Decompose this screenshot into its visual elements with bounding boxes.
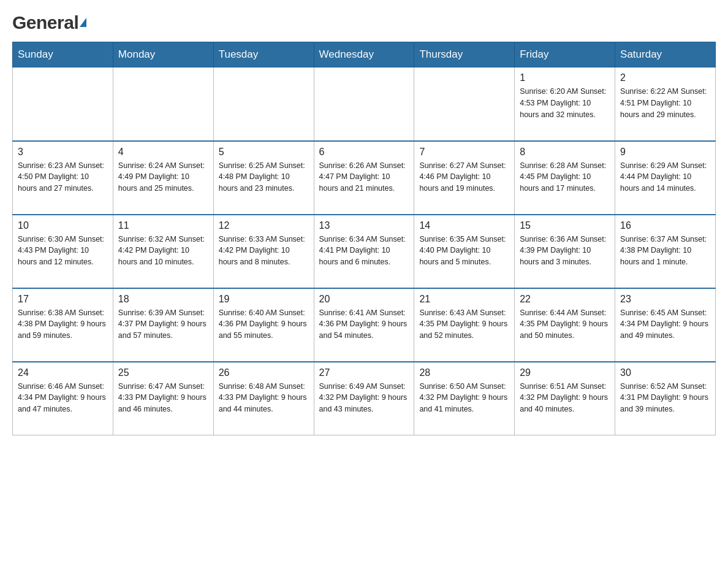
day-number: 28 xyxy=(419,367,509,378)
day-info: Sunrise: 6:33 AM Sunset: 4:42 PM Dayligh… xyxy=(219,234,309,268)
weekday-header-friday: Friday xyxy=(515,42,615,67)
logo-general: General xyxy=(12,12,78,33)
calendar-cell: 20Sunrise: 6:41 AM Sunset: 4:36 PM Dayli… xyxy=(314,288,414,362)
day-number: 29 xyxy=(520,367,610,378)
day-number: 2 xyxy=(620,72,710,83)
weekday-header-tuesday: Tuesday xyxy=(213,42,314,67)
weekday-header-monday: Monday xyxy=(113,42,213,67)
day-info: Sunrise: 6:28 AM Sunset: 4:45 PM Dayligh… xyxy=(520,160,610,194)
calendar-cell: 10Sunrise: 6:30 AM Sunset: 4:43 PM Dayli… xyxy=(13,215,113,288)
day-info: Sunrise: 6:25 AM Sunset: 4:48 PM Dayligh… xyxy=(219,160,309,194)
calendar-cell xyxy=(213,67,314,141)
weekday-header-sunday: Sunday xyxy=(13,42,113,67)
calendar-cell: 22Sunrise: 6:44 AM Sunset: 4:35 PM Dayli… xyxy=(515,288,615,362)
day-number: 10 xyxy=(18,220,108,231)
calendar-cell xyxy=(13,67,113,141)
calendar-cell: 17Sunrise: 6:38 AM Sunset: 4:38 PM Dayli… xyxy=(13,288,113,362)
day-number: 4 xyxy=(118,147,208,158)
weekday-header-saturday: Saturday xyxy=(615,42,716,67)
day-number: 25 xyxy=(118,367,208,378)
day-info: Sunrise: 6:43 AM Sunset: 4:35 PM Dayligh… xyxy=(419,307,509,342)
calendar-cell: 24Sunrise: 6:46 AM Sunset: 4:34 PM Dayli… xyxy=(13,362,113,435)
calendar-cell xyxy=(113,67,213,141)
day-info: Sunrise: 6:48 AM Sunset: 4:33 PM Dayligh… xyxy=(219,381,309,415)
calendar-cell: 18Sunrise: 6:39 AM Sunset: 4:37 PM Dayli… xyxy=(113,288,213,362)
day-number: 26 xyxy=(219,367,309,378)
calendar-cell: 11Sunrise: 6:32 AM Sunset: 4:42 PM Dayli… xyxy=(113,215,213,288)
calendar-table: SundayMondayTuesdayWednesdayThursdayFrid… xyxy=(12,42,716,435)
week-row-3: 10Sunrise: 6:30 AM Sunset: 4:43 PM Dayli… xyxy=(13,215,716,288)
week-row-5: 24Sunrise: 6:46 AM Sunset: 4:34 PM Dayli… xyxy=(13,362,716,435)
day-number: 13 xyxy=(319,220,409,231)
calendar-header-row: SundayMondayTuesdayWednesdayThursdayFrid… xyxy=(13,42,716,67)
calendar-cell: 25Sunrise: 6:47 AM Sunset: 4:33 PM Dayli… xyxy=(113,362,213,435)
day-number: 8 xyxy=(520,147,610,158)
calendar-cell: 3Sunrise: 6:23 AM Sunset: 4:50 PM Daylig… xyxy=(13,141,113,215)
day-info: Sunrise: 6:44 AM Sunset: 4:35 PM Dayligh… xyxy=(520,307,610,342)
week-row-2: 3Sunrise: 6:23 AM Sunset: 4:50 PM Daylig… xyxy=(13,141,716,215)
calendar-cell: 23Sunrise: 6:45 AM Sunset: 4:34 PM Dayli… xyxy=(615,288,716,362)
calendar-cell: 30Sunrise: 6:52 AM Sunset: 4:31 PM Dayli… xyxy=(615,362,716,435)
day-info: Sunrise: 6:26 AM Sunset: 4:47 PM Dayligh… xyxy=(319,160,409,194)
calendar-cell: 13Sunrise: 6:34 AM Sunset: 4:41 PM Dayli… xyxy=(314,215,414,288)
calendar-cell: 12Sunrise: 6:33 AM Sunset: 4:42 PM Dayli… xyxy=(213,215,314,288)
day-number: 21 xyxy=(419,294,509,305)
day-info: Sunrise: 6:30 AM Sunset: 4:43 PM Dayligh… xyxy=(18,234,108,268)
weekday-header-wednesday: Wednesday xyxy=(314,42,414,67)
day-number: 22 xyxy=(520,294,610,305)
day-number: 24 xyxy=(18,367,108,378)
day-number: 16 xyxy=(620,220,710,231)
calendar-cell: 14Sunrise: 6:35 AM Sunset: 4:40 PM Dayli… xyxy=(414,215,515,288)
day-info: Sunrise: 6:22 AM Sunset: 4:51 PM Dayligh… xyxy=(620,86,710,120)
calendar-cell xyxy=(314,67,414,141)
calendar-cell: 15Sunrise: 6:36 AM Sunset: 4:39 PM Dayli… xyxy=(515,215,615,288)
logo: General xyxy=(12,12,86,29)
day-number: 20 xyxy=(319,294,409,305)
day-info: Sunrise: 6:27 AM Sunset: 4:46 PM Dayligh… xyxy=(419,160,509,194)
day-info: Sunrise: 6:52 AM Sunset: 4:31 PM Dayligh… xyxy=(620,381,710,415)
calendar-cell: 26Sunrise: 6:48 AM Sunset: 4:33 PM Dayli… xyxy=(213,362,314,435)
day-number: 5 xyxy=(219,147,309,158)
day-info: Sunrise: 6:23 AM Sunset: 4:50 PM Dayligh… xyxy=(18,160,108,194)
day-info: Sunrise: 6:45 AM Sunset: 4:34 PM Dayligh… xyxy=(620,307,710,342)
day-info: Sunrise: 6:36 AM Sunset: 4:39 PM Dayligh… xyxy=(520,234,610,268)
day-info: Sunrise: 6:38 AM Sunset: 4:38 PM Dayligh… xyxy=(18,307,108,342)
calendar-cell: 5Sunrise: 6:25 AM Sunset: 4:48 PM Daylig… xyxy=(213,141,314,215)
calendar-cell: 8Sunrise: 6:28 AM Sunset: 4:45 PM Daylig… xyxy=(515,141,615,215)
day-info: Sunrise: 6:35 AM Sunset: 4:40 PM Dayligh… xyxy=(419,234,509,268)
day-info: Sunrise: 6:32 AM Sunset: 4:42 PM Dayligh… xyxy=(118,234,208,268)
day-info: Sunrise: 6:50 AM Sunset: 4:32 PM Dayligh… xyxy=(419,381,509,415)
calendar-cell: 21Sunrise: 6:43 AM Sunset: 4:35 PM Dayli… xyxy=(414,288,515,362)
day-info: Sunrise: 6:51 AM Sunset: 4:32 PM Dayligh… xyxy=(520,381,610,415)
logo-triangle-icon xyxy=(80,18,86,27)
day-number: 15 xyxy=(520,220,610,231)
day-number: 11 xyxy=(118,220,208,231)
day-info: Sunrise: 6:37 AM Sunset: 4:38 PM Dayligh… xyxy=(620,234,710,268)
day-info: Sunrise: 6:49 AM Sunset: 4:32 PM Dayligh… xyxy=(319,381,409,415)
day-info: Sunrise: 6:24 AM Sunset: 4:49 PM Dayligh… xyxy=(118,160,208,194)
day-info: Sunrise: 6:20 AM Sunset: 4:53 PM Dayligh… xyxy=(520,86,610,120)
calendar-cell: 4Sunrise: 6:24 AM Sunset: 4:49 PM Daylig… xyxy=(113,141,213,215)
day-number: 30 xyxy=(620,367,710,378)
calendar-cell: 16Sunrise: 6:37 AM Sunset: 4:38 PM Dayli… xyxy=(615,215,716,288)
calendar-cell: 19Sunrise: 6:40 AM Sunset: 4:36 PM Dayli… xyxy=(213,288,314,362)
day-info: Sunrise: 6:39 AM Sunset: 4:37 PM Dayligh… xyxy=(118,307,208,342)
calendar-cell: 1Sunrise: 6:20 AM Sunset: 4:53 PM Daylig… xyxy=(515,67,615,141)
day-number: 18 xyxy=(118,294,208,305)
calendar-cell: 29Sunrise: 6:51 AM Sunset: 4:32 PM Dayli… xyxy=(515,362,615,435)
day-number: 14 xyxy=(419,220,509,231)
day-info: Sunrise: 6:34 AM Sunset: 4:41 PM Dayligh… xyxy=(319,234,409,268)
day-number: 27 xyxy=(319,367,409,378)
day-number: 19 xyxy=(219,294,309,305)
calendar-cell: 28Sunrise: 6:50 AM Sunset: 4:32 PM Dayli… xyxy=(414,362,515,435)
day-info: Sunrise: 6:40 AM Sunset: 4:36 PM Dayligh… xyxy=(219,307,309,342)
calendar-cell: 27Sunrise: 6:49 AM Sunset: 4:32 PM Dayli… xyxy=(314,362,414,435)
day-number: 1 xyxy=(520,72,610,83)
day-number: 17 xyxy=(18,294,108,305)
day-info: Sunrise: 6:41 AM Sunset: 4:36 PM Dayligh… xyxy=(319,307,409,342)
day-number: 3 xyxy=(18,147,108,158)
calendar-cell xyxy=(414,67,515,141)
calendar-cell: 9Sunrise: 6:29 AM Sunset: 4:44 PM Daylig… xyxy=(615,141,716,215)
day-info: Sunrise: 6:29 AM Sunset: 4:44 PM Dayligh… xyxy=(620,160,710,194)
week-row-1: 1Sunrise: 6:20 AM Sunset: 4:53 PM Daylig… xyxy=(13,67,716,141)
